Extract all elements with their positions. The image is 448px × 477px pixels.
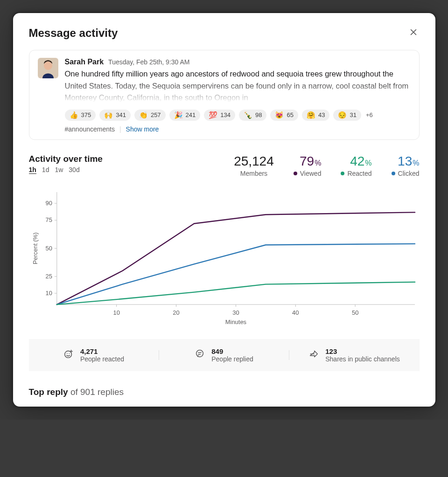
stat-viewed-value: 79 (300, 154, 314, 169)
svg-text:Minutes: Minutes (225, 318, 246, 325)
reaction-count: 241 (186, 111, 196, 118)
stat-clicked-label: Clicked (398, 170, 420, 177)
stat-clicked-value: 13 (398, 154, 412, 169)
summary-value: 4,271 (80, 347, 124, 355)
reaction-count: 43 (318, 111, 325, 118)
reaction-emoji: 🤗 (307, 111, 315, 119)
stat-members: 25,124 Members (234, 154, 274, 177)
stat-clicked: 13% Clicked (392, 154, 420, 177)
reaction-emoji: 🍾 (244, 111, 252, 119)
stat-viewed: 79% Viewed (294, 154, 322, 177)
message-text: One hundred fifty million years ago ance… (65, 68, 411, 104)
summary-item: 4,271People reacted (29, 347, 159, 363)
time-range-tab-1d[interactable]: 1d (42, 166, 49, 174)
time-range-tab-30d[interactable]: 30d (69, 166, 79, 174)
reaction-pill[interactable]: 🎉241 (169, 110, 201, 121)
summary-item: 849People replied (159, 347, 289, 363)
message-author[interactable]: Sarah Park (65, 58, 104, 66)
message-activity-panel: Message activity Sarah Park Tuesday, Feb… (13, 13, 435, 407)
time-range-tab-1h[interactable]: 1h (29, 166, 36, 174)
stat-reacted-label: Reacted (347, 170, 371, 177)
svg-text:30: 30 (232, 309, 239, 316)
legend-dot-clicked (392, 172, 395, 175)
legend-dot-reacted (341, 172, 344, 175)
reaction-pill[interactable]: 😔31 (333, 110, 361, 121)
add-reaction-icon (63, 349, 74, 361)
panel-header: Message activity (29, 26, 420, 40)
svg-text:25: 25 (45, 272, 52, 279)
message-timestamp: Tuesday, Feb 25th, 9:30 AM (108, 58, 189, 66)
top-reply-strong: Top reply (29, 387, 68, 397)
reaction-pill[interactable]: 🤗43 (302, 110, 329, 121)
close-button[interactable] (407, 26, 420, 40)
reactions-row: 👍375🙌341👏257🎉241💯134🍾98😻65🤗43😔31+6 (65, 110, 411, 121)
reaction-pill[interactable]: 💯134 (204, 110, 235, 121)
stat-reacted-value: 42 (350, 154, 364, 169)
message-channel[interactable]: #announcements (65, 125, 115, 133)
reaction-count: 341 (116, 111, 126, 118)
reaction-pill[interactable]: 👏257 (134, 110, 166, 121)
message-footer: #announcements | Show more (65, 125, 411, 133)
reply-icon (195, 349, 205, 361)
summary-item: 123Shares in public channels (289, 347, 420, 363)
close-icon (409, 28, 418, 36)
svg-text:10: 10 (113, 309, 119, 316)
message-body: Sarah Park Tuesday, Feb 25th, 9:30 AM On… (65, 58, 411, 133)
message-card: Sarah Park Tuesday, Feb 25th, 9:30 AM On… (29, 50, 420, 140)
summary-label: Shares in public channels (325, 355, 400, 363)
svg-point-26 (65, 351, 72, 358)
activity-section-title: Activity over time (29, 154, 103, 164)
reaction-count: 134 (220, 111, 231, 118)
stat-members-label: Members (234, 170, 274, 177)
pct-sign: % (315, 159, 321, 167)
reaction-count: 375 (81, 111, 91, 118)
top-reply-heading: Top reply of 901 replies (29, 387, 420, 397)
svg-text:90: 90 (45, 200, 52, 207)
svg-text:20: 20 (173, 309, 179, 316)
svg-text:Percent (%): Percent (%) (31, 232, 38, 264)
legend-dot-viewed (294, 172, 297, 175)
svg-text:50: 50 (45, 244, 52, 251)
summary-bar: 4,271People reacted849People replied123S… (29, 339, 420, 371)
summary-label: People reacted (80, 355, 124, 363)
reaction-pill[interactable]: 😻65 (270, 110, 298, 121)
reaction-emoji: 😻 (275, 111, 284, 119)
svg-point-1 (44, 62, 52, 70)
activity-chart: 10255075901020304050MinutesPercent (%) (29, 187, 420, 329)
show-more-link[interactable]: Show more (126, 125, 159, 133)
stat-reacted: 42% Reacted (341, 154, 371, 177)
reaction-emoji: 🙌 (104, 111, 113, 119)
svg-text:40: 40 (292, 309, 299, 316)
summary-value: 123 (325, 347, 400, 355)
svg-text:50: 50 (351, 309, 358, 316)
separator: | (119, 125, 121, 133)
reaction-count: 65 (287, 111, 293, 118)
pct-sign: % (413, 159, 419, 167)
reaction-emoji: 💯 (209, 111, 217, 119)
top-reply-rest: of 901 replies (68, 387, 124, 397)
summary-label: People replied (211, 355, 253, 363)
svg-point-29 (196, 350, 203, 357)
stat-members-value: 25,124 (234, 154, 274, 169)
share-icon (308, 349, 319, 361)
reaction-pill[interactable]: 👍375 (65, 110, 96, 121)
stats-row: Activity over time 1h1d1w30d 25,124 Memb… (29, 154, 420, 177)
reaction-count: 257 (151, 111, 161, 118)
pct-sign: % (365, 159, 371, 167)
time-range-tab-1w[interactable]: 1w (55, 166, 63, 174)
panel-title: Message activity (29, 27, 118, 40)
author-avatar[interactable] (38, 58, 58, 78)
stat-viewed-label: Viewed (300, 170, 322, 177)
svg-point-28 (69, 353, 70, 354)
svg-point-27 (67, 353, 68, 354)
reaction-emoji: 😔 (338, 111, 347, 119)
svg-text:75: 75 (45, 216, 52, 223)
time-range-tabs: 1h1d1w30d (29, 166, 103, 174)
reaction-emoji: 🎉 (174, 111, 183, 119)
summary-value: 849 (211, 347, 253, 355)
reaction-overflow[interactable]: +6 (365, 111, 373, 118)
reaction-emoji: 👍 (70, 111, 78, 119)
reaction-pill[interactable]: 🍾98 (239, 110, 266, 121)
reaction-pill[interactable]: 🙌341 (99, 110, 131, 121)
reaction-count: 31 (350, 111, 356, 118)
